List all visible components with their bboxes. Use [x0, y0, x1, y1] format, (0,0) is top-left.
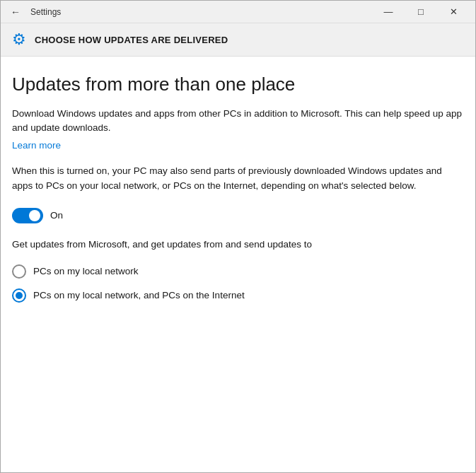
maximize-button[interactable]: □ — [405, 1, 437, 23]
toggle-track — [12, 208, 43, 223]
radio-option-internet[interactable]: PCs on my local network, and PCs on the … — [12, 288, 464, 303]
radio-circle-internet — [12, 288, 26, 303]
page-title: Updates from more than one place — [12, 74, 464, 95]
back-button[interactable]: ← — [6, 6, 25, 18]
header-title: CHOOSE HOW UPDATES ARE DELIVERED — [35, 35, 228, 45]
title-bar-controls: — □ ✕ — [372, 1, 470, 23]
radio-option-local[interactable]: PCs on my local network — [12, 264, 464, 279]
updates-from-text: Get updates from Microsoft, and get upda… — [12, 238, 464, 252]
radio-circle-local — [12, 264, 26, 279]
title-bar: ← Settings — □ ✕ — [1, 1, 475, 23]
toggle-row: On — [12, 208, 464, 223]
window-title: Settings — [30, 7, 61, 17]
toggle-thumb — [29, 210, 40, 221]
learn-more-link[interactable]: Learn more — [12, 140, 61, 151]
content-area: Updates from more than one place Downloa… — [1, 57, 475, 472]
toggle-switch[interactable] — [12, 208, 43, 223]
description2-text: When this is turned on, your PC may also… — [12, 163, 464, 194]
minimize-button[interactable]: — — [372, 1, 405, 23]
radio-label-internet: PCs on my local network, and PCs on the … — [33, 290, 245, 300]
close-button[interactable]: ✕ — [437, 1, 470, 23]
radio-label-local: PCs on my local network — [33, 266, 139, 276]
header-bar: ⚙ CHOOSE HOW UPDATES ARE DELIVERED — [1, 23, 475, 57]
toggle-label: On — [50, 210, 63, 221]
description-text: Download Windows updates and apps from o… — [12, 107, 464, 136]
radio-dot-internet — [16, 292, 23, 299]
gear-icon: ⚙ — [12, 30, 26, 49]
title-bar-left: ← Settings — [6, 6, 61, 18]
